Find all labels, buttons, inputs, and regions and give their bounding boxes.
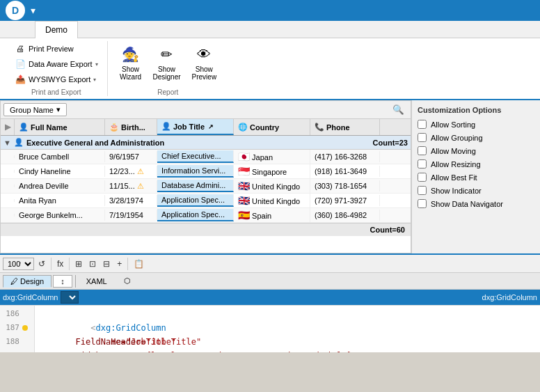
table-row[interactable]: Cindy Haneline 12/23... ⚠ Information Se… xyxy=(1,164,411,179)
cell-expand xyxy=(1,199,15,202)
table-row[interactable]: Bruce Cambell 9/6/1957 Chief Executive..… xyxy=(1,150,411,164)
toolbar-separator-1 xyxy=(51,258,51,270)
fullname-col-label: Full Name xyxy=(31,123,68,132)
allow-best-fit-label: Allow Best Fit xyxy=(431,173,477,182)
allow-resizing-option[interactable]: Allow Resizing xyxy=(418,159,534,168)
table-row[interactable]: Andrea Deville 11/15... ⚠ Database Admin… xyxy=(1,179,411,194)
col-header-phone[interactable]: 📞 Phone xyxy=(310,119,380,135)
title-bar: D ▾ xyxy=(0,0,540,21)
group-row-label: Executive General and Administration xyxy=(26,139,164,147)
group-row-expand-icon: ▼ xyxy=(3,139,11,147)
print-preview-button[interactable]: 🖨 Print Preview xyxy=(11,41,77,56)
phone-col-label: Phone xyxy=(326,123,350,132)
design-tab-icon: 🖊 xyxy=(10,277,18,285)
show-designer-button[interactable]: ✏ ShowDesigner xyxy=(148,41,186,83)
cell-phone: (918) 161-3649 xyxy=(310,166,380,177)
cell-country: 🇯🇵 Japan xyxy=(234,150,310,164)
allow-best-fit-checkbox[interactable] xyxy=(418,173,427,182)
col-header-expand[interactable]: ▶ xyxy=(1,119,15,135)
show-indicator-option[interactable]: Show Indicator xyxy=(418,186,534,195)
show-preview-button[interactable]: 👁 ShowPreview xyxy=(187,41,222,83)
country-col-icon: 🌐 xyxy=(238,123,248,132)
formula-button[interactable]: fx xyxy=(54,258,66,270)
col-header-birth[interactable]: 🎂 Birth... xyxy=(105,119,157,135)
search-icon: 🔍 xyxy=(392,104,404,115)
cell-expand xyxy=(1,170,15,173)
data-aware-export-button[interactable]: 📄 Data Aware Export ▾ xyxy=(11,56,102,72)
ribbon-tabs: Demo xyxy=(0,21,540,38)
wysiwyg-icon: 📤 xyxy=(15,74,26,85)
copy-button[interactable]: 📋 xyxy=(131,258,147,270)
zoom-out-button[interactable]: ⊟ xyxy=(100,258,113,270)
allow-grouping-option[interactable]: Allow Grouping xyxy=(418,133,534,142)
designer-label: ShowDesigner xyxy=(153,65,181,81)
search-button[interactable]: 🔍 xyxy=(389,102,408,117)
tab-demo[interactable]: Demo xyxy=(35,21,78,38)
col-header-country[interactable]: 🌐 Country xyxy=(234,119,310,135)
show-data-navigator-checkbox[interactable] xyxy=(418,199,427,208)
print-preview-label: Print Preview xyxy=(29,45,74,53)
cell-birth: 12/23... ⚠ xyxy=(105,166,157,178)
grid-footer: Count=60 xyxy=(1,223,411,236)
code-area: 186 187 188 <dxg:GridColumn FieldName="J… xyxy=(0,305,540,352)
tab-xaml[interactable]: XAML xyxy=(79,275,115,288)
data-aware-label: Data Aware Export xyxy=(29,60,93,68)
show-indicator-checkbox[interactable] xyxy=(418,186,427,195)
preview-icon: 👁 xyxy=(193,43,215,65)
allow-moving-label: Allow Moving xyxy=(431,147,476,155)
allow-resizing-checkbox[interactable] xyxy=(418,159,427,168)
code-content: <dxg:GridColumn FieldName="JobTitle" Wid… xyxy=(35,306,540,352)
flag-icon: 🇪🇸 xyxy=(238,210,250,221)
tab-xaml-expand[interactable]: ⬡ xyxy=(116,274,138,288)
allow-best-fit-option[interactable]: Allow Best Fit xyxy=(418,173,534,182)
sort-cursor: ↗ xyxy=(208,123,214,130)
allow-moving-checkbox[interactable] xyxy=(418,146,427,155)
tab-sort[interactable]: ↕ xyxy=(53,275,72,288)
zoom-select[interactable]: 100% 75% 150% xyxy=(3,258,34,270)
cell-phone: (417) 166-3268 xyxy=(310,151,380,162)
col-header-fullname[interactable]: 👤 Full Name xyxy=(15,119,105,135)
col-header-jobtitle[interactable]: 👤 Job Title ↗ xyxy=(157,119,234,135)
ribbon-print-buttons: 🖨 Print Preview xyxy=(11,41,77,56)
allow-moving-option[interactable]: Allow Moving xyxy=(418,146,534,155)
allow-sorting-option[interactable]: Allow Sorting xyxy=(418,120,534,129)
birth-col-icon: 🎂 xyxy=(109,123,119,132)
status-path-select[interactable] xyxy=(61,291,79,304)
ribbon-section-print-export: 🖨 Print Preview 📄 Data Aware Export ▾ 📤 … xyxy=(6,41,108,96)
group-row[interactable]: ▼ 👤 Executive General and Administration… xyxy=(1,136,411,150)
cell-birth: 9/6/1957 xyxy=(105,151,157,162)
cell-fullname: George Bunkelm... xyxy=(15,210,105,221)
flag-icon: 🇬🇧 xyxy=(238,195,250,206)
cell-jobtitle: Database Admini... xyxy=(157,180,234,192)
wysiwyg-export-button[interactable]: 📤 WYSIWYG Export ▾ xyxy=(11,72,100,87)
table-row[interactable]: George Bunkelm... 7/19/1954 Application … xyxy=(1,208,411,223)
gutter-line-186: 186 xyxy=(3,307,31,321)
wysiwyg-label: WYSIWYG Export xyxy=(29,75,90,84)
group-row-icon: 👤 xyxy=(14,138,24,147)
tab-separator xyxy=(75,275,76,288)
allow-grouping-checkbox[interactable] xyxy=(418,133,427,142)
table-row[interactable]: Anita Ryan 3/28/1974 Application Spec...… xyxy=(1,194,411,208)
cell-expand xyxy=(1,155,15,158)
allow-sorting-checkbox[interactable] xyxy=(418,120,427,129)
show-wizard-button[interactable]: 🧙 ShowWizard xyxy=(115,41,147,83)
toolbar-separator-3 xyxy=(127,258,128,270)
group-name-button[interactable]: Group Name ▾ xyxy=(3,103,67,116)
cell-birth: 7/19/1954 xyxy=(105,210,157,221)
cell-fullname: Bruce Cambell xyxy=(15,151,105,162)
cell-country: 🇪🇸 Spain xyxy=(234,208,310,222)
show-data-navigator-option[interactable]: Show Data Navigator xyxy=(418,199,534,208)
refresh-button[interactable]: ↺ xyxy=(35,258,48,270)
flag-icon: 🇸🇬 xyxy=(238,166,250,177)
fit-button[interactable]: ⊡ xyxy=(86,258,99,270)
ribbon: 🖨 Print Preview 📄 Data Aware Export ▾ 📤 … xyxy=(0,38,540,100)
design-tab-label: Design xyxy=(20,277,44,285)
cell-jobtitle: Application Spec... xyxy=(157,194,234,207)
grid-view-button[interactable]: ⊞ xyxy=(72,258,85,270)
add-button[interactable]: + xyxy=(114,258,125,270)
title-dropdown-arrow[interactable]: ▾ xyxy=(31,5,35,16)
wysiwyg-dropdown-arrow: ▾ xyxy=(93,77,96,83)
tab-design[interactable]: 🖊 Design xyxy=(3,275,51,288)
flag-icon: 🇬🇧 xyxy=(238,180,250,191)
print-icon: 🖨 xyxy=(15,43,26,54)
